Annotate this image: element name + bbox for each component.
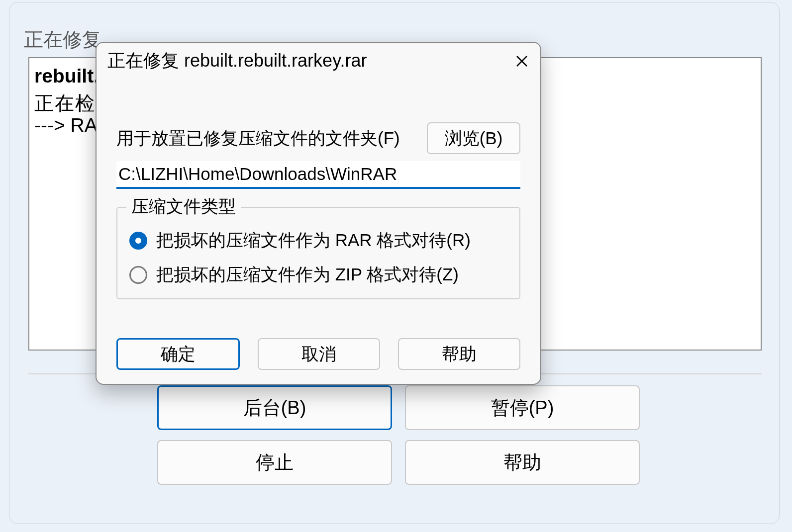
fieldset-legend: 压缩文件类型 [126, 195, 241, 218]
cancel-button[interactable]: 取消 [258, 338, 380, 370]
dialog-title: 正在修复 rebuilt.rebuilt.rarkey.rar [107, 49, 367, 73]
browse-button[interactable]: 浏览(B) [427, 122, 520, 154]
help-button[interactable]: 帮助 [405, 440, 640, 485]
folder-label: 用于放置已修复压缩文件的文件夹(F) [116, 127, 400, 150]
radio-zip-option[interactable]: 把损坏的压缩文件作为 ZIP 格式对待(Z) [129, 263, 507, 286]
radio-zip-indicator [129, 266, 147, 284]
ok-button[interactable]: 确定 [116, 338, 240, 370]
archive-type-fieldset: 压缩文件类型 把损坏的压缩文件作为 RAR 格式对待(R) 把损坏的压缩文件作为… [116, 207, 520, 299]
pause-button[interactable]: 暂停(P) [405, 385, 640, 430]
radio-rar-indicator [129, 232, 147, 250]
dialog-title-bar[interactable]: 正在修复 rebuilt.rebuilt.rarkey.rar [97, 43, 540, 79]
close-button[interactable] [508, 48, 535, 75]
bg-window-title: 正在修复 [24, 26, 101, 53]
radio-zip-label: 把损坏的压缩文件作为 ZIP 格式对待(Z) [156, 263, 459, 286]
radio-rar-label: 把损坏的压缩文件作为 RAR 格式对待(R) [156, 229, 471, 252]
radio-rar-option[interactable]: 把损坏的压缩文件作为 RAR 格式对待(R) [129, 229, 507, 252]
folder-path-input[interactable] [116, 161, 520, 189]
stop-button[interactable]: 停止 [157, 440, 392, 485]
dialog-help-button[interactable]: 帮助 [398, 338, 520, 370]
background-button[interactable]: 后台(B) [157, 385, 392, 430]
repair-options-dialog: 正在修复 rebuilt.rebuilt.rarkey.rar 用于放置已修复压… [96, 42, 541, 385]
close-icon [514, 54, 529, 69]
